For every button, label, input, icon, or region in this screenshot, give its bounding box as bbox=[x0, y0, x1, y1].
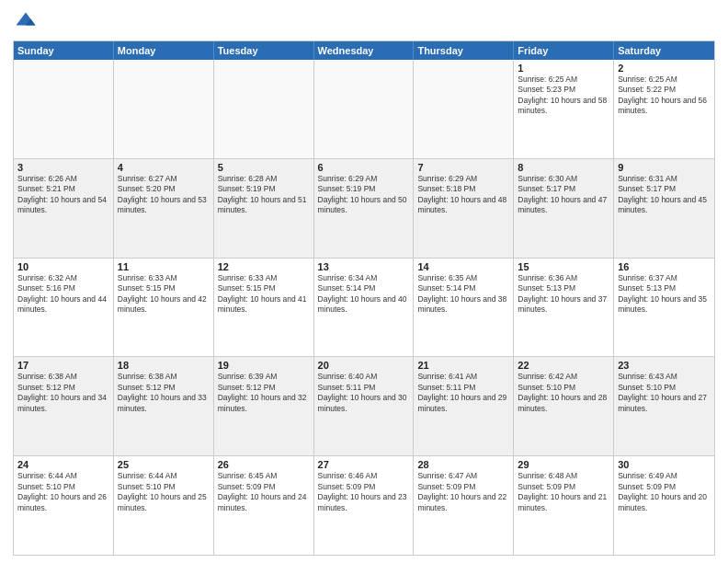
calendar-row-2: 3Sunrise: 6:26 AMSunset: 5:21 PMDaylight… bbox=[14, 158, 714, 258]
cell-info: Sunrise: 6:43 AMSunset: 5:10 PMDaylight:… bbox=[618, 372, 711, 414]
calendar: SundayMondayTuesdayWednesdayThursdayFrid… bbox=[13, 40, 715, 556]
calendar-body: 1Sunrise: 6:25 AMSunset: 5:23 PMDaylight… bbox=[14, 60, 714, 555]
calendar-cell: 24Sunrise: 6:44 AMSunset: 5:10 PMDayligh… bbox=[14, 456, 114, 555]
day-number: 24 bbox=[17, 459, 109, 470]
day-number: 28 bbox=[417, 459, 509, 470]
calendar-cell: 16Sunrise: 6:37 AMSunset: 5:13 PMDayligh… bbox=[614, 259, 714, 357]
calendar-cell: 13Sunrise: 6:34 AMSunset: 5:14 PMDayligh… bbox=[314, 259, 415, 357]
cell-info: Sunrise: 6:29 AMSunset: 5:18 PMDaylight:… bbox=[417, 174, 509, 216]
weekday-header-thursday: Thursday bbox=[414, 41, 514, 60]
calendar-cell: 23Sunrise: 6:43 AMSunset: 5:10 PMDayligh… bbox=[614, 357, 714, 455]
calendar-cell bbox=[14, 60, 114, 158]
calendar-cell: 10Sunrise: 6:32 AMSunset: 5:16 PMDayligh… bbox=[14, 259, 114, 357]
weekday-header-wednesday: Wednesday bbox=[314, 41, 415, 60]
day-number: 17 bbox=[17, 360, 109, 371]
weekday-header-tuesday: Tuesday bbox=[214, 41, 314, 60]
cell-info: Sunrise: 6:36 AMSunset: 5:13 PMDaylight:… bbox=[518, 273, 609, 316]
calendar-cell: 9Sunrise: 6:31 AMSunset: 5:17 PMDaylight… bbox=[614, 159, 714, 258]
cell-info: Sunrise: 6:47 AMSunset: 5:09 PMDaylight:… bbox=[417, 471, 509, 513]
day-number: 7 bbox=[417, 162, 509, 173]
cell-info: Sunrise: 6:26 AMSunset: 5:21 PMDaylight:… bbox=[17, 174, 109, 216]
calendar-cell: 19Sunrise: 6:39 AMSunset: 5:12 PMDayligh… bbox=[214, 357, 314, 455]
day-number: 19 bbox=[218, 360, 310, 371]
calendar-cell: 7Sunrise: 6:29 AMSunset: 5:18 PMDaylight… bbox=[414, 159, 514, 258]
calendar-cell: 25Sunrise: 6:44 AMSunset: 5:10 PMDayligh… bbox=[114, 456, 214, 555]
logo-icon bbox=[13, 9, 39, 35]
day-number: 29 bbox=[518, 459, 609, 470]
day-number: 11 bbox=[118, 261, 210, 272]
calendar-cell: 29Sunrise: 6:48 AMSunset: 5:09 PMDayligh… bbox=[514, 456, 614, 555]
calendar-cell: 11Sunrise: 6:33 AMSunset: 5:15 PMDayligh… bbox=[114, 259, 214, 357]
cell-info: Sunrise: 6:32 AMSunset: 5:16 PMDaylight:… bbox=[17, 273, 109, 316]
calendar-cell bbox=[414, 60, 514, 158]
cell-info: Sunrise: 6:25 AMSunset: 5:23 PMDaylight:… bbox=[518, 75, 609, 117]
weekday-header-friday: Friday bbox=[514, 41, 614, 60]
cell-info: Sunrise: 6:35 AMSunset: 5:14 PMDaylight:… bbox=[417, 273, 509, 316]
cell-info: Sunrise: 6:49 AMSunset: 5:09 PMDaylight:… bbox=[618, 471, 711, 513]
day-number: 8 bbox=[518, 162, 609, 173]
calendar-cell: 22Sunrise: 6:42 AMSunset: 5:10 PMDayligh… bbox=[514, 357, 614, 455]
day-number: 21 bbox=[417, 360, 509, 371]
cell-info: Sunrise: 6:42 AMSunset: 5:10 PMDaylight:… bbox=[518, 372, 609, 414]
cell-info: Sunrise: 6:39 AMSunset: 5:12 PMDaylight:… bbox=[218, 372, 310, 414]
cell-info: Sunrise: 6:44 AMSunset: 5:10 PMDaylight:… bbox=[17, 471, 109, 513]
weekday-header-sunday: Sunday bbox=[14, 41, 114, 60]
calendar-row-4: 17Sunrise: 6:38 AMSunset: 5:12 PMDayligh… bbox=[14, 356, 714, 455]
calendar-cell: 21Sunrise: 6:41 AMSunset: 5:11 PMDayligh… bbox=[414, 357, 514, 455]
cell-info: Sunrise: 6:30 AMSunset: 5:17 PMDaylight:… bbox=[518, 174, 609, 216]
day-number: 6 bbox=[318, 162, 410, 173]
cell-info: Sunrise: 6:45 AMSunset: 5:09 PMDaylight:… bbox=[218, 471, 310, 513]
day-number: 9 bbox=[618, 162, 711, 173]
calendar-cell: 12Sunrise: 6:33 AMSunset: 5:15 PMDayligh… bbox=[214, 259, 314, 357]
calendar-row-3: 10Sunrise: 6:32 AMSunset: 5:16 PMDayligh… bbox=[14, 258, 714, 357]
calendar-cell: 1Sunrise: 6:25 AMSunset: 5:23 PMDaylight… bbox=[514, 60, 614, 158]
cell-info: Sunrise: 6:33 AMSunset: 5:15 PMDaylight:… bbox=[218, 273, 310, 316]
cell-info: Sunrise: 6:37 AMSunset: 5:13 PMDaylight:… bbox=[618, 273, 711, 316]
cell-info: Sunrise: 6:41 AMSunset: 5:11 PMDaylight:… bbox=[417, 372, 509, 414]
header bbox=[13, 9, 715, 35]
weekday-header-monday: Monday bbox=[114, 41, 214, 60]
day-number: 14 bbox=[417, 261, 509, 272]
day-number: 1 bbox=[518, 63, 609, 74]
day-number: 20 bbox=[318, 360, 410, 371]
page: SundayMondayTuesdayWednesdayThursdayFrid… bbox=[0, 0, 728, 563]
calendar-cell: 8Sunrise: 6:30 AMSunset: 5:17 PMDaylight… bbox=[514, 159, 614, 258]
calendar-cell: 14Sunrise: 6:35 AMSunset: 5:14 PMDayligh… bbox=[414, 259, 514, 357]
calendar-cell: 28Sunrise: 6:47 AMSunset: 5:09 PMDayligh… bbox=[414, 456, 514, 555]
day-number: 27 bbox=[318, 459, 410, 470]
calendar-cell: 18Sunrise: 6:38 AMSunset: 5:12 PMDayligh… bbox=[114, 357, 214, 455]
day-number: 13 bbox=[318, 261, 410, 272]
calendar-cell: 17Sunrise: 6:38 AMSunset: 5:12 PMDayligh… bbox=[14, 357, 114, 455]
calendar-row-1: 1Sunrise: 6:25 AMSunset: 5:23 PMDaylight… bbox=[14, 60, 714, 158]
day-number: 16 bbox=[618, 261, 711, 272]
day-number: 15 bbox=[518, 261, 609, 272]
day-number: 30 bbox=[618, 459, 711, 470]
calendar-cell: 15Sunrise: 6:36 AMSunset: 5:13 PMDayligh… bbox=[514, 259, 614, 357]
cell-info: Sunrise: 6:31 AMSunset: 5:17 PMDaylight:… bbox=[618, 174, 711, 216]
calendar-cell: 6Sunrise: 6:29 AMSunset: 5:19 PMDaylight… bbox=[314, 159, 415, 258]
calendar-cell: 5Sunrise: 6:28 AMSunset: 5:19 PMDaylight… bbox=[214, 159, 314, 258]
calendar-cell: 20Sunrise: 6:40 AMSunset: 5:11 PMDayligh… bbox=[314, 357, 415, 455]
calendar-cell: 4Sunrise: 6:27 AMSunset: 5:20 PMDaylight… bbox=[114, 159, 214, 258]
calendar-cell: 3Sunrise: 6:26 AMSunset: 5:21 PMDaylight… bbox=[14, 159, 114, 258]
cell-info: Sunrise: 6:44 AMSunset: 5:10 PMDaylight:… bbox=[118, 471, 210, 513]
day-number: 10 bbox=[17, 261, 109, 272]
logo bbox=[13, 9, 42, 35]
cell-info: Sunrise: 6:29 AMSunset: 5:19 PMDaylight:… bbox=[318, 174, 410, 216]
day-number: 25 bbox=[118, 459, 210, 470]
calendar-cell bbox=[314, 60, 415, 158]
weekday-header-saturday: Saturday bbox=[614, 41, 714, 60]
calendar-row-5: 24Sunrise: 6:44 AMSunset: 5:10 PMDayligh… bbox=[14, 455, 714, 555]
cell-info: Sunrise: 6:28 AMSunset: 5:19 PMDaylight:… bbox=[218, 174, 310, 216]
cell-info: Sunrise: 6:38 AMSunset: 5:12 PMDaylight:… bbox=[118, 372, 210, 414]
day-number: 3 bbox=[17, 162, 109, 173]
cell-info: Sunrise: 6:25 AMSunset: 5:22 PMDaylight:… bbox=[618, 75, 711, 117]
calendar-cell bbox=[114, 60, 214, 158]
day-number: 18 bbox=[118, 360, 210, 371]
calendar-header: SundayMondayTuesdayWednesdayThursdayFrid… bbox=[14, 41, 714, 60]
day-number: 4 bbox=[118, 162, 210, 173]
calendar-cell bbox=[214, 60, 314, 158]
calendar-cell: 30Sunrise: 6:49 AMSunset: 5:09 PMDayligh… bbox=[614, 456, 714, 555]
cell-info: Sunrise: 6:33 AMSunset: 5:15 PMDaylight:… bbox=[118, 273, 210, 316]
cell-info: Sunrise: 6:48 AMSunset: 5:09 PMDaylight:… bbox=[518, 471, 609, 513]
